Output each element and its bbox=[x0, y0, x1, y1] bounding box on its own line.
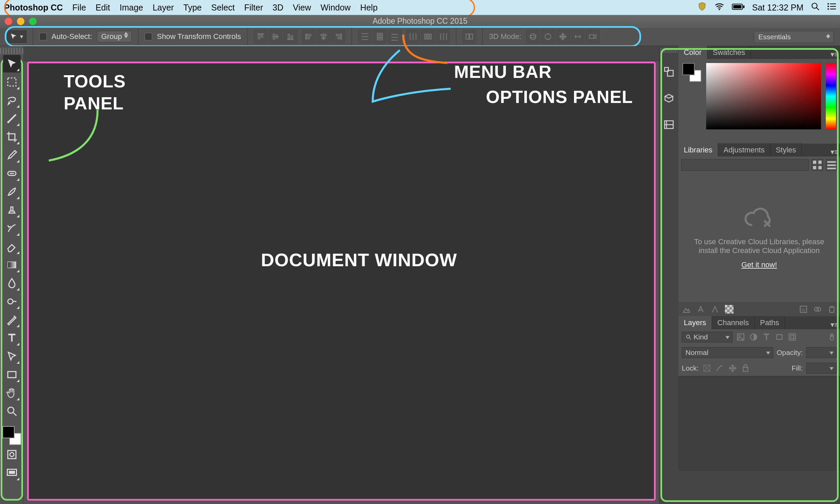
filter-pixel-layers-icon[interactable] bbox=[736, 332, 746, 342]
foreground-background-swatch[interactable] bbox=[2, 426, 21, 445]
shield-icon[interactable] bbox=[697, 2, 707, 13]
pan-3d-icon[interactable] bbox=[556, 30, 570, 43]
spotlight-icon[interactable] bbox=[811, 2, 820, 13]
menu-clock[interactable]: Sat 12:32 PM bbox=[752, 3, 803, 13]
workspace-switcher[interactable]: Essentials bbox=[754, 31, 834, 43]
window-close-button[interactable] bbox=[5, 18, 12, 25]
menu-list-icon[interactable] bbox=[827, 3, 836, 12]
menu-help[interactable]: Help bbox=[360, 3, 377, 13]
align-left-edges-icon[interactable] bbox=[302, 30, 316, 43]
lib-add-graphic-icon[interactable] bbox=[682, 305, 691, 314]
orbit-3d-icon[interactable] bbox=[526, 30, 540, 43]
path-selection-tool[interactable] bbox=[3, 347, 21, 365]
lib-add-layer-style-icon[interactable] bbox=[710, 305, 720, 314]
align-vertical-centers-icon[interactable] bbox=[269, 30, 282, 43]
lock-all-icon[interactable] bbox=[741, 363, 750, 373]
history-panel-icon[interactable] bbox=[661, 64, 676, 79]
roll-3d-icon[interactable] bbox=[541, 30, 555, 43]
eraser-tool[interactable] bbox=[3, 238, 21, 255]
clone-stamp-tool[interactable] bbox=[3, 201, 21, 219]
lock-image-pixels-icon[interactable] bbox=[715, 363, 725, 373]
filter-toggle-switch[interactable] bbox=[827, 332, 837, 342]
tab-channels[interactable]: Channels bbox=[712, 316, 755, 329]
lasso-tool[interactable] bbox=[3, 91, 21, 109]
menu-type[interactable]: Type bbox=[183, 3, 202, 13]
tab-libraries[interactable]: Libraries bbox=[678, 143, 718, 157]
auto-select-dropdown[interactable]: Group bbox=[97, 31, 132, 42]
lock-position-icon[interactable] bbox=[728, 363, 737, 373]
filter-smart-objects-icon[interactable] bbox=[787, 332, 797, 342]
menu-layer[interactable]: Layer bbox=[153, 3, 174, 13]
menu-select[interactable]: Select bbox=[211, 3, 234, 13]
camera-3d-icon[interactable] bbox=[586, 30, 600, 43]
window-minimize-button[interactable] bbox=[17, 18, 24, 25]
horizontal-type-tool[interactable] bbox=[3, 329, 21, 347]
distribute-bottom-edges-icon[interactable] bbox=[388, 30, 401, 43]
align-horizontal-centers-icon[interactable] bbox=[317, 30, 330, 43]
tab-adjustments[interactable]: Adjustments bbox=[718, 143, 770, 157]
menu-file[interactable]: File bbox=[72, 3, 86, 13]
history-brush-tool[interactable] bbox=[3, 219, 21, 237]
distribute-horizontal-centers-icon[interactable] bbox=[421, 30, 435, 43]
menu-edit[interactable]: Edit bbox=[95, 3, 110, 13]
align-bottom-edges-icon[interactable] bbox=[284, 30, 297, 43]
quick-mask-toggle[interactable] bbox=[3, 446, 21, 463]
lib-add-color-icon[interactable] bbox=[725, 305, 734, 314]
spot-healing-brush-tool[interactable] bbox=[3, 165, 21, 182]
layers-list-area[interactable] bbox=[678, 376, 840, 471]
blur-tool[interactable] bbox=[3, 274, 21, 292]
pen-tool[interactable] bbox=[3, 311, 21, 328]
auto-align-layers-icon[interactable] bbox=[463, 30, 476, 43]
tools-panel-grip[interactable] bbox=[0, 48, 24, 54]
quick-selection-tool[interactable] bbox=[3, 110, 21, 127]
menu-window[interactable]: Window bbox=[321, 3, 351, 13]
lib-cloud-icon[interactable] bbox=[813, 305, 822, 314]
layers-filter-kind[interactable]: Kind bbox=[682, 331, 733, 342]
battery-icon[interactable] bbox=[732, 3, 745, 12]
distribute-left-edges-icon[interactable] bbox=[406, 30, 420, 43]
panel-column-grip[interactable] bbox=[660, 48, 677, 53]
library-selector[interactable] bbox=[681, 159, 809, 171]
filter-type-layers-icon[interactable] bbox=[762, 332, 771, 342]
crop-tool[interactable] bbox=[3, 128, 21, 146]
lock-transparent-pixels-icon[interactable] bbox=[702, 363, 712, 373]
filter-adjustment-layers-icon[interactable] bbox=[749, 332, 758, 342]
rectangle-tool[interactable] bbox=[3, 366, 21, 383]
brush-tool[interactable] bbox=[3, 183, 21, 200]
current-tool-indicator[interactable]: ▾ bbox=[6, 31, 26, 43]
blend-mode-dropdown[interactable]: Normal bbox=[682, 347, 773, 358]
libraries-get-it-now-link[interactable]: Get it now! bbox=[741, 260, 777, 269]
tab-swatches[interactable]: Swatches bbox=[708, 46, 751, 59]
menu-filter[interactable]: Filter bbox=[244, 3, 263, 13]
filter-shape-layers-icon[interactable] bbox=[774, 332, 784, 342]
distribute-top-edges-icon[interactable] bbox=[358, 30, 372, 43]
dodge-tool[interactable] bbox=[3, 293, 21, 310]
menu-image[interactable]: Image bbox=[120, 3, 143, 13]
distribute-vertical-centers-icon[interactable] bbox=[373, 30, 387, 43]
layers-panel-flyout[interactable]: ▾≡ bbox=[829, 320, 840, 329]
align-right-edges-icon[interactable] bbox=[332, 30, 345, 43]
move-tool[interactable] bbox=[3, 55, 21, 72]
show-transform-checkbox[interactable] bbox=[145, 33, 152, 40]
lib-delete-icon[interactable] bbox=[827, 305, 837, 314]
zoom-tool[interactable] bbox=[3, 402, 21, 420]
wifi-icon[interactable] bbox=[714, 2, 725, 13]
color-fg-bg-swatch[interactable] bbox=[682, 63, 701, 82]
tab-styles[interactable]: Styles bbox=[770, 143, 802, 157]
screen-mode-toggle[interactable] bbox=[3, 464, 21, 482]
layer-comps-panel-icon[interactable] bbox=[661, 117, 676, 132]
opacity-input[interactable] bbox=[806, 347, 837, 358]
color-panel-flyout[interactable]: ▾≡ bbox=[829, 50, 840, 59]
gradient-tool[interactable] bbox=[3, 256, 21, 274]
rectangular-marquee-tool[interactable] bbox=[3, 73, 21, 91]
auto-select-checkbox[interactable] bbox=[39, 33, 47, 40]
fill-input[interactable] bbox=[806, 363, 837, 374]
tab-paths[interactable]: Paths bbox=[755, 316, 785, 329]
slide-3d-icon[interactable] bbox=[571, 30, 585, 43]
hand-tool[interactable] bbox=[3, 384, 21, 402]
libraries-panel-flyout[interactable]: ▾≡ bbox=[829, 148, 840, 157]
app-name-menu[interactable]: Photoshop CC bbox=[4, 3, 63, 13]
window-zoom-button[interactable] bbox=[29, 18, 37, 25]
document-tabstrip[interactable] bbox=[24, 46, 659, 61]
lib-add-character-style-icon[interactable] bbox=[696, 305, 705, 314]
